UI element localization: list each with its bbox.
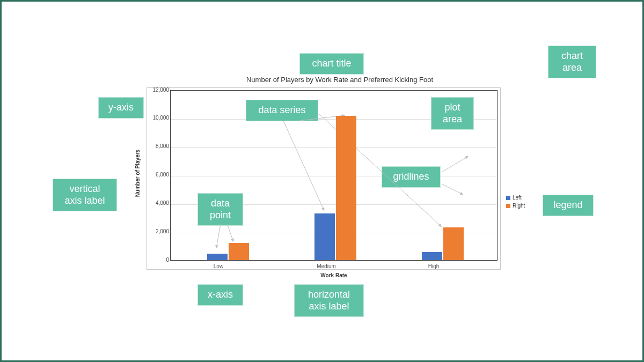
callout-y-axis: y-axis (98, 97, 144, 119)
callout-chart-title: chart title (299, 53, 364, 75)
callout-plot-area: plot area (431, 97, 474, 130)
x-tick-high: High (407, 263, 460, 269)
legend-swatch-left (506, 196, 510, 200)
gridline (171, 147, 497, 148)
y-tick-0: 0 (151, 257, 169, 263)
x-axis-label: Work Rate (170, 272, 497, 278)
bar-high-left (422, 252, 442, 260)
legend-swatch-right (506, 204, 510, 208)
y-tick-3: 6,000 (151, 172, 169, 178)
bar-medium-left (314, 213, 335, 260)
y-tick-6: 12,000 (151, 87, 169, 93)
legend: Left Right (506, 195, 525, 211)
x-tick-medium: Medium (299, 263, 353, 269)
x-tick-low: Low (192, 263, 245, 269)
bar-high-right (443, 227, 464, 260)
y-tick-2: 4,000 (151, 200, 169, 206)
legend-label-left: Left (513, 195, 522, 201)
callout-legend: legend (543, 195, 594, 216)
callout-data-point: data point (197, 193, 243, 226)
y-tick-1: 2,000 (151, 228, 169, 234)
legend-label-right: Right (513, 203, 525, 209)
legend-item-right: Right (506, 203, 525, 209)
gridline (171, 176, 497, 176)
outer-frame: Number of Players by Work Rate and Prefe… (0, 0, 644, 362)
chart-title: Number of Players by Work Rate and Prefe… (216, 76, 463, 84)
y-tick-4: 8,000 (151, 143, 169, 149)
callout-vertical-axis-label: vertical axis label (53, 179, 117, 211)
callout-data-series: data series (246, 100, 318, 121)
callout-x-axis: x-axis (197, 284, 243, 306)
bar-low-right (229, 243, 249, 260)
callout-horizontal-axis-label: horizontal axis label (294, 284, 364, 317)
legend-item-left: Left (506, 195, 525, 201)
y-axis-label: Number of Players (135, 150, 141, 197)
y-tick-5: 10,000 (151, 115, 169, 121)
callout-chart-area: chart area (548, 46, 596, 78)
bar-low-left (207, 254, 228, 260)
bar-medium-right (336, 116, 356, 260)
callout-gridlines: gridlines (382, 166, 441, 188)
